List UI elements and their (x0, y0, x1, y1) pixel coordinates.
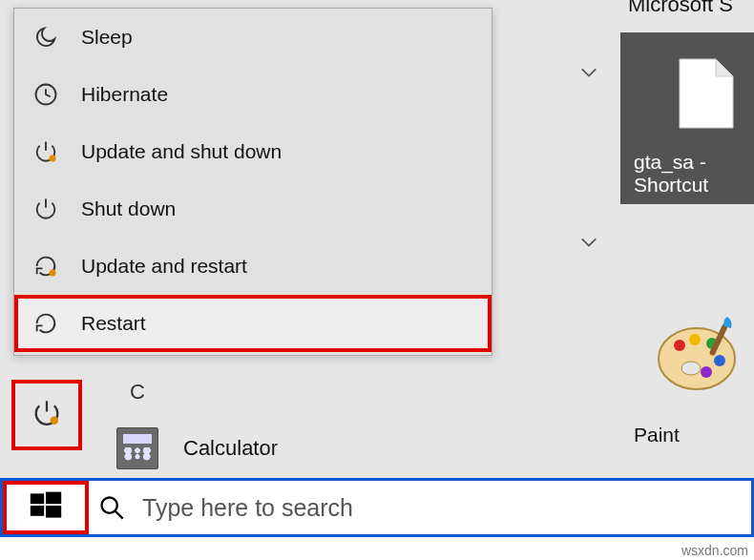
svg-point-3 (51, 417, 59, 425)
calculator-icon (116, 427, 158, 469)
start-button[interactable] (3, 481, 89, 534)
power-menu-hibernate[interactable]: Hibernate (14, 66, 492, 123)
tile-area: Microsoft S gta_sa - Shortcut (607, 0, 754, 478)
start-menu-background: Sleep Hibernate Update and shut down (0, 0, 607, 478)
start-rail (11, 380, 82, 466)
update-shutdown-icon (31, 137, 60, 166)
svg-point-9 (701, 366, 712, 378)
watermark: wsxdn.com (681, 543, 748, 558)
svg-rect-13 (46, 492, 61, 505)
svg-point-8 (714, 355, 725, 366)
svg-line-17 (115, 511, 123, 519)
hibernate-icon (31, 80, 60, 109)
svg-point-6 (689, 334, 701, 345)
sleep-icon (31, 23, 60, 52)
document-icon (678, 57, 735, 130)
svg-rect-12 (31, 493, 44, 504)
chevron-down-icon[interactable] (580, 65, 597, 76)
paint-icon (653, 315, 741, 397)
tile-label-line: gta_sa - (634, 151, 708, 174)
power-menu-item-label: Restart (81, 312, 146, 335)
tile-group-label[interactable]: Microsoft S (628, 0, 733, 17)
app-list-item-label: Calculator (183, 436, 278, 461)
power-menu-sleep[interactable]: Sleep (14, 9, 492, 66)
svg-point-1 (50, 156, 56, 162)
svg-point-16 (102, 498, 117, 513)
chevron-down-icon[interactable] (580, 235, 597, 246)
search-icon (98, 494, 125, 521)
svg-rect-15 (46, 506, 61, 518)
power-menu-item-label: Shut down (81, 197, 176, 220)
power-icon (31, 397, 63, 433)
svg-rect-14 (31, 506, 44, 516)
tile-label: gta_sa - Shortcut (634, 151, 708, 197)
search-input[interactable] (142, 494, 751, 522)
update-restart-icon (31, 252, 60, 280)
tile-label: Paint (634, 424, 680, 446)
taskbar (0, 478, 754, 537)
svg-point-2 (50, 270, 56, 277)
power-menu-restart[interactable]: Restart (14, 295, 492, 352)
power-menu-update-restart[interactable]: Update and restart (14, 238, 492, 295)
power-menu-item-label: Sleep (81, 26, 133, 49)
windows-icon (29, 488, 63, 527)
power-button[interactable] (11, 380, 82, 450)
power-menu-item-label: Hibernate (81, 83, 168, 106)
app-list-item-calculator[interactable]: Calculator (116, 427, 278, 469)
power-menu-item-label: Update and shut down (81, 140, 282, 163)
power-menu: Sleep Hibernate Update and shut down (13, 8, 492, 356)
svg-point-10 (681, 362, 701, 375)
shutdown-icon (31, 195, 60, 223)
taskbar-search[interactable] (89, 481, 751, 534)
svg-point-5 (674, 340, 685, 351)
power-menu-shutdown[interactable]: Shut down (14, 180, 492, 238)
power-menu-item-label: Update and restart (81, 255, 247, 278)
tile-gta-sa-shortcut[interactable]: gta_sa - Shortcut (620, 32, 754, 204)
power-menu-update-shutdown[interactable]: Update and shut down (14, 123, 492, 180)
tile-paint[interactable]: Paint (620, 280, 754, 452)
tile-label-line: Shortcut (634, 174, 708, 197)
app-list-letter-header[interactable]: C (130, 380, 145, 404)
restart-icon (31, 309, 60, 338)
